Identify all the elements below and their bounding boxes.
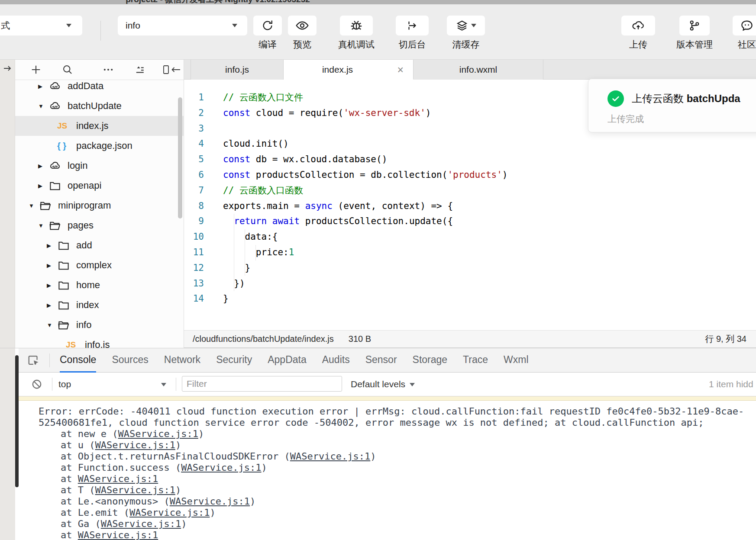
compile-mode-select[interactable]: 式 <box>0 16 82 35</box>
tree-item-miniprogram[interactable]: ▼miniprogram <box>15 196 184 215</box>
chevron-collapsed-icon[interactable]: ▶ <box>38 183 48 189</box>
line-number: 11 <box>184 245 204 260</box>
cloud-upload-button[interactable] <box>621 16 655 35</box>
clear-console-icon[interactable] <box>31 379 42 390</box>
chevron-collapsed-icon[interactable]: ▶ <box>47 282 57 289</box>
new-file-icon[interactable] <box>29 63 42 76</box>
tree-item-addData[interactable]: ▶addData <box>15 80 184 96</box>
indent-guide <box>234 214 234 291</box>
devtools-tab-sensor[interactable]: Sensor <box>365 348 397 373</box>
cloud-env-value: info <box>126 16 140 35</box>
source-location-link[interactable]: WAService.js:1 <box>78 473 158 484</box>
close-icon[interactable]: × <box>397 60 404 80</box>
tree-item-info[interactable]: ▼info <box>15 315 184 335</box>
file-tree: ▶addData▼batchUpdateJSindex.js{ }package… <box>15 80 184 348</box>
console-stack-frame: at T (WAService.js:1) <box>19 485 756 496</box>
chat-button[interactable] <box>733 16 756 35</box>
json-file-icon: { } <box>57 141 71 151</box>
tree-item-package.json[interactable]: { }package.json <box>15 136 184 156</box>
editor-tab-label: info.js <box>225 64 249 74</box>
chevron-collapsed-icon[interactable]: ▶ <box>47 262 57 269</box>
tree-item-pages[interactable]: ▼pages <box>15 215 184 235</box>
cloud-env-select[interactable]: info <box>118 16 247 35</box>
console-stack-frame: at new e (WAService.js:1) <box>19 428 756 440</box>
source-location-link[interactable]: WAService.js:1 <box>118 428 198 439</box>
tree-item-index[interactable]: ▶index <box>15 295 184 315</box>
tree-item-index.js[interactable]: JSindex.js <box>15 116 184 136</box>
tree-item-batchUpdate[interactable]: ▼batchUpdate <box>15 96 184 116</box>
chevron-down-icon <box>232 24 237 27</box>
devtools-tab-appdata[interactable]: AppData <box>268 348 307 373</box>
code-line: 12 } <box>184 260 756 276</box>
chevron-expanded-icon[interactable]: ▼ <box>38 103 48 109</box>
refresh-button[interactable] <box>253 16 282 35</box>
expand-panel-arrow-icon[interactable] <box>2 63 13 74</box>
tree-item-openapi[interactable]: ▶openapi <box>15 176 184 196</box>
inspect-element-icon[interactable] <box>27 354 40 367</box>
cloud-icon <box>48 100 62 112</box>
hidden-items-note[interactable]: 1 item hidd <box>709 373 753 396</box>
tree-item-label: index <box>76 299 99 311</box>
collapse-panel-icon[interactable] <box>162 63 181 76</box>
console-context-select[interactable]: top <box>58 373 71 396</box>
chevron-expanded-icon[interactable]: ▼ <box>29 202 39 209</box>
source-location-link[interactable]: WAService.js:1 <box>101 518 181 529</box>
cloud-icon <box>48 159 62 172</box>
line-number: 2 <box>184 106 204 121</box>
devtools-scrollbar[interactable] <box>15 355 19 487</box>
folder-icon <box>57 239 71 252</box>
console-stack-frame: at Ga (WAService.js:1) <box>19 518 756 530</box>
editor-tab-label: info.wxml <box>459 64 498 74</box>
chevron-expanded-icon[interactable]: ▼ <box>47 322 57 328</box>
source-location-link[interactable]: WAService.js:1 <box>290 451 370 462</box>
eye-button[interactable] <box>288 16 317 35</box>
code-line: 4cloud.init() <box>184 136 756 152</box>
source-location-link[interactable]: WAService.js:1 <box>170 496 250 507</box>
more-actions-icon[interactable] <box>102 63 115 76</box>
devtools-tab-audits[interactable]: Audits <box>322 348 350 373</box>
console-error-message: 525400681fe1, cloud function service err… <box>19 417 756 428</box>
devtools-tab-sources[interactable]: Sources <box>112 348 148 373</box>
code-line: 7// 云函数入口函数 <box>184 183 756 199</box>
editor-tab-info.wxml[interactable]: info.wxml <box>414 60 543 80</box>
devtools-tab-storage[interactable]: Storage <box>413 348 448 373</box>
editor-tab-info.js[interactable]: info.js <box>191 60 284 80</box>
folder-open-icon <box>48 219 62 232</box>
folder-icon <box>48 179 62 192</box>
tree-item-info.js[interactable]: JSinfo.js <box>15 335 184 348</box>
editor-tab-index.js[interactable]: index.js× <box>284 60 414 80</box>
search-icon[interactable] <box>61 63 74 76</box>
chevron-expanded-icon[interactable]: ▼ <box>38 222 48 229</box>
console-toolbar-divider <box>176 378 176 391</box>
explorer-scrollbar[interactable] <box>178 97 182 219</box>
tree-item-add[interactable]: ▶add <box>15 235 184 255</box>
layers-button[interactable] <box>447 16 485 35</box>
chevron-collapsed-icon[interactable]: ▶ <box>38 83 48 90</box>
devtools-tab-trace[interactable]: Trace <box>463 348 488 373</box>
wechat-devtools-window: project2 - 微信开发者工具 Nightly v1.02.1903252… <box>0 0 756 540</box>
line-number: 12 <box>184 260 204 276</box>
tree-item-home[interactable]: ▶home <box>15 275 184 295</box>
source-location-link[interactable]: WAService.js:1 <box>129 507 210 518</box>
source-location-link[interactable]: WAService.js:1 <box>95 485 175 495</box>
refresh-icon <box>261 19 274 32</box>
devtools-tab-wxml[interactable]: Wxml <box>504 348 528 373</box>
devtools-tab-console[interactable]: Console <box>60 348 96 373</box>
switch-background-button[interactable] <box>396 16 429 35</box>
devtools-tabbar: ConsoleSourcesNetworkSecurityAppDataAudi… <box>19 348 756 373</box>
chevron-collapsed-icon[interactable]: ▶ <box>47 302 57 309</box>
log-levels-select[interactable]: Default levels <box>351 373 415 396</box>
devtools-tab-network[interactable]: Network <box>164 348 200 373</box>
source-location-link[interactable]: WAService.js:1 <box>95 440 175 450</box>
source-location-link[interactable]: WAService.js:1 <box>181 462 261 473</box>
devtools-tab-security[interactable]: Security <box>216 348 252 373</box>
chevron-collapsed-icon[interactable]: ▶ <box>38 163 48 169</box>
source-location-link[interactable]: WAService.js:1 <box>78 530 158 540</box>
tree-item-login[interactable]: ▶login <box>15 156 184 176</box>
console-filter-input[interactable] <box>182 376 342 392</box>
branch-button[interactable] <box>679 16 710 35</box>
sort-icon[interactable] <box>133 63 146 76</box>
bug-button[interactable] <box>340 16 373 35</box>
chevron-collapsed-icon[interactable]: ▶ <box>47 242 57 249</box>
tree-item-complex[interactable]: ▶complex <box>15 255 184 275</box>
